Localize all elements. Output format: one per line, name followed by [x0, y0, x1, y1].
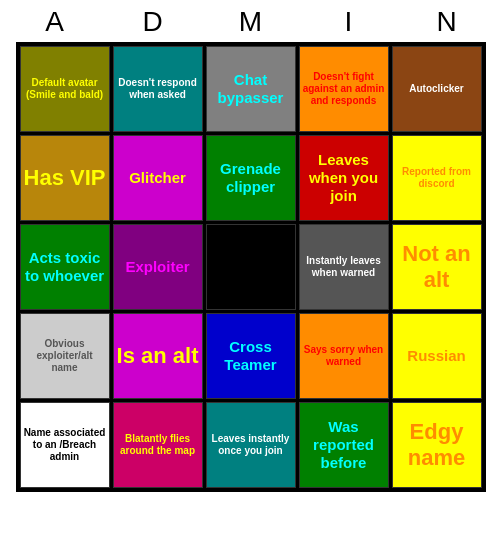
- bingo-cell-13[interactable]: Instantly leaves when warned: [299, 224, 389, 310]
- bingo-cell-17[interactable]: Cross Teamer: [206, 313, 296, 399]
- bingo-cell-16[interactable]: Is an alt: [113, 313, 203, 399]
- bingo-cell-12[interactable]: [206, 224, 296, 310]
- bingo-cell-3[interactable]: Doesn't fight against an admin and respo…: [299, 46, 389, 132]
- letter-a: A: [10, 6, 100, 38]
- bingo-cell-24[interactable]: Edgy name: [392, 402, 482, 488]
- bingo-cell-11[interactable]: Exploiter: [113, 224, 203, 310]
- bingo-cell-9[interactable]: Reported from discord: [392, 135, 482, 221]
- bingo-cell-2[interactable]: Chat bypasser: [206, 46, 296, 132]
- bingo-cell-15[interactable]: Obvious exploiter/alt name: [20, 313, 110, 399]
- letter-d: D: [108, 6, 198, 38]
- letter-m: M: [206, 6, 296, 38]
- bingo-cell-18[interactable]: Says sorry when warned: [299, 313, 389, 399]
- bingo-cell-22[interactable]: Leaves instantly once you join: [206, 402, 296, 488]
- bingo-cell-23[interactable]: Was reported before: [299, 402, 389, 488]
- letter-i: I: [304, 6, 394, 38]
- bingo-cell-6[interactable]: Glitcher: [113, 135, 203, 221]
- bingo-cell-14[interactable]: Not an alt: [392, 224, 482, 310]
- bingo-grid: Default avatar (Smile and bald)Doesn't r…: [16, 42, 486, 492]
- bingo-cell-4[interactable]: Autoclicker: [392, 46, 482, 132]
- bingo-cell-19[interactable]: Russian: [392, 313, 482, 399]
- letter-n: N: [402, 6, 492, 38]
- bingo-cell-8[interactable]: Leaves when you join: [299, 135, 389, 221]
- bingo-cell-21[interactable]: Blatantly flies around the map: [113, 402, 203, 488]
- bingo-cell-0[interactable]: Default avatar (Smile and bald): [20, 46, 110, 132]
- bingo-cell-5[interactable]: Has VIP: [20, 135, 110, 221]
- bingo-cell-20[interactable]: Name associated to an /Breach admin: [20, 402, 110, 488]
- header-row: A D M I N: [6, 0, 496, 42]
- bingo-cell-1[interactable]: Doesn't respond when asked: [113, 46, 203, 132]
- bingo-cell-7[interactable]: Grenade clipper: [206, 135, 296, 221]
- bingo-cell-10[interactable]: Acts toxic to whoever: [20, 224, 110, 310]
